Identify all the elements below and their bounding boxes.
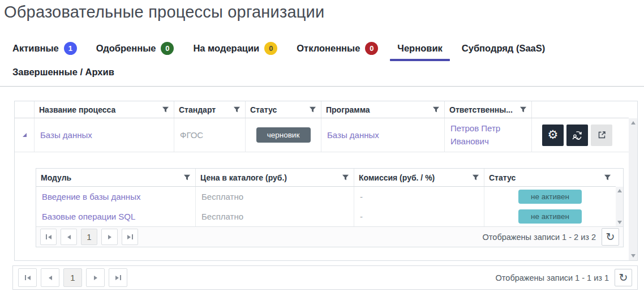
tab-archive-label: Завершенные / Архив — [12, 67, 114, 78]
tab-rejected-count-badge: 0 — [365, 42, 378, 55]
standard-cell: ФГОС — [174, 118, 246, 152]
active-tab-underline — [390, 59, 449, 61]
column-header-program: Программа — [321, 101, 445, 118]
filter-funnel-icon[interactable] — [309, 106, 316, 113]
next-page-button[interactable] — [101, 229, 118, 245]
price-value: Бесплатно — [201, 212, 243, 221]
tab-active[interactable]: Активные 1 — [12, 42, 77, 55]
first-page-button[interactable] — [40, 229, 57, 245]
tab-moderation-label: На модерации — [193, 43, 259, 54]
tab-approved-count-badge: 0 — [161, 42, 174, 55]
module-status-badge: не активен — [518, 190, 582, 204]
column-header-price-label: Цена в каталоге (руб.) — [200, 173, 287, 182]
tab-bar: Активные 1 Одобренные 0 На модерации 0 О… — [12, 42, 638, 78]
expand-column-header — [15, 101, 35, 118]
scroll-up-icon[interactable] — [617, 189, 622, 192]
refresh-button[interactable]: ↻ — [602, 228, 619, 246]
column-header-standard-label: Стандарт — [179, 105, 216, 114]
tab-draft[interactable]: Черновик — [397, 43, 442, 54]
person-swap-icon — [571, 129, 583, 141]
next-page-button[interactable] — [86, 268, 105, 287]
responsible-link[interactable]: Петров Петр Иванович — [450, 122, 526, 148]
last-page-button[interactable] — [109, 268, 127, 287]
tab-moderation-count-badge: 0 — [264, 42, 277, 55]
commission-cell: - — [354, 187, 484, 207]
process-name-link[interactable]: Базы данных — [40, 130, 92, 140]
column-header-commission: Комиссия (руб. / %) — [354, 169, 484, 186]
program-cell: Базы данных — [321, 118, 445, 152]
commission-cell: - — [354, 207, 484, 226]
actions-cell: ⚙ — [532, 118, 629, 152]
module-link[interactable]: Базовые операции SQL — [42, 212, 135, 221]
responsible-cell: Петров Петр Иванович — [445, 118, 532, 152]
tab-archive[interactable]: Завершенные / Архив — [12, 67, 114, 78]
tab-subcontract[interactable]: Субподряд (SaaS) — [462, 43, 546, 54]
column-header-module: Модуль — [36, 169, 196, 186]
status-badge: черновик — [256, 127, 311, 143]
column-header-module-label: Модуль — [41, 173, 71, 182]
column-header-standard: Стандарт — [174, 101, 246, 118]
tab-active-count-badge: 1 — [64, 42, 77, 55]
module-name-cell: Базовые операции SQL — [36, 207, 196, 226]
column-header-program-label: Программа — [326, 105, 370, 114]
settings-button[interactable]: ⚙ — [542, 125, 564, 146]
collapse-row-icon[interactable] — [23, 133, 27, 137]
column-header-status-label: Статус — [250, 105, 277, 114]
tab-subcontract-label: Субподряд (SaaS) — [462, 43, 546, 54]
column-header-status: Статус — [246, 101, 321, 118]
page-number-button[interactable]: 1 — [81, 229, 97, 245]
column-header-module-status: Статус — [484, 169, 616, 186]
tab-draft-label: Черновик — [397, 43, 442, 54]
column-header-price: Цена в каталоге (руб.) — [196, 169, 354, 186]
process-name-cell: Базы данных — [35, 118, 174, 152]
filter-funnel-icon[interactable] — [342, 174, 349, 181]
tab-rejected-label: Отклоненные — [297, 43, 360, 54]
modules-scrollbar[interactable] — [616, 187, 623, 226]
table-row: Базы данных ФГОС черновик Базы данных Пе… — [15, 118, 629, 152]
row-expand-cell — [15, 118, 35, 152]
filter-funnel-icon[interactable] — [520, 106, 527, 113]
first-page-button[interactable] — [18, 268, 37, 287]
table-row: Введение в базы данных Бесплатно - не ак… — [36, 187, 616, 207]
filter-funnel-icon[interactable] — [233, 106, 241, 113]
open-process-button[interactable] — [591, 125, 612, 146]
previous-page-button[interactable] — [41, 268, 59, 287]
standard-value: ФГОС — [180, 130, 203, 140]
last-page-button[interactable] — [122, 229, 138, 245]
refresh-icon: ↻ — [619, 272, 628, 283]
column-header-module-status-label: Статус — [489, 173, 516, 182]
grid-scrollbar[interactable] — [629, 118, 637, 260]
column-header-process-name: Название процесса — [35, 101, 174, 118]
scroll-down-icon[interactable] — [617, 221, 622, 224]
scroll-down-icon[interactable] — [631, 254, 636, 258]
filter-funnel-icon[interactable] — [162, 106, 169, 113]
external-link-icon — [597, 130, 607, 140]
processes-grid: Название процесса Стандарт Статус Програ… — [14, 101, 638, 261]
previous-page-button[interactable] — [61, 229, 77, 245]
module-status-badge: не активен — [518, 209, 582, 224]
commission-value: - — [360, 212, 363, 221]
filter-funnel-icon[interactable] — [183, 174, 191, 181]
price-cell: Бесплатно — [196, 187, 354, 207]
scroll-up-icon[interactable] — [631, 121, 636, 125]
change-responsible-button[interactable] — [566, 125, 588, 146]
tab-rejected[interactable]: Отклоненные 0 — [297, 42, 378, 55]
page-number-button[interactable]: 1 — [63, 268, 82, 287]
column-header-responsible-label: Ответственны... — [449, 105, 513, 114]
module-name-cell: Введение в базы данных — [36, 187, 196, 207]
tabs-divider — [0, 86, 644, 87]
processes-grid-header: Название процесса Стандарт Статус Програ… — [15, 101, 629, 118]
module-status-cell: не активен — [484, 207, 616, 226]
tab-approved[interactable]: Одобренные 0 — [96, 42, 174, 55]
price-cell: Бесплатно — [196, 207, 354, 226]
program-link[interactable]: Базы данных — [327, 130, 379, 140]
filter-funnel-icon[interactable] — [604, 174, 611, 181]
module-link[interactable]: Введение в базы данных — [42, 192, 140, 201]
filter-funnel-icon[interactable] — [432, 106, 440, 113]
tab-approved-label: Одобренные — [96, 43, 156, 54]
module-status-cell: не активен — [484, 187, 616, 207]
tab-moderation[interactable]: На модерации 0 — [193, 42, 277, 55]
table-row: Базовые операции SQL Бесплатно - не акти… — [36, 207, 616, 226]
filter-funnel-icon[interactable] — [472, 174, 479, 181]
refresh-button[interactable]: ↻ — [615, 269, 632, 286]
